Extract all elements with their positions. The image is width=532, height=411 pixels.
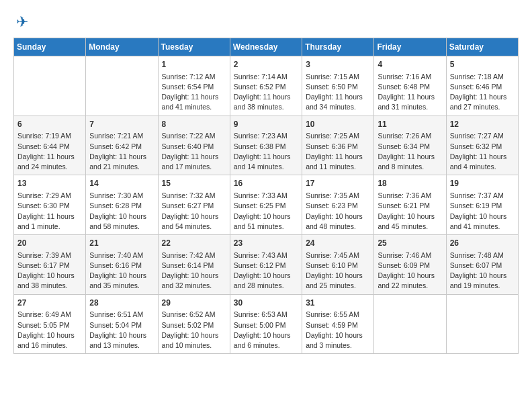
calendar-week-row: 6Sunrise: 7:19 AM Sunset: 6:44 PM Daylig… bbox=[14, 116, 519, 175]
calendar-cell: 2Sunrise: 7:14 AM Sunset: 6:52 PM Daylig… bbox=[230, 56, 302, 116]
day-of-week-header: Sunday bbox=[14, 38, 86, 56]
day-number: 22 bbox=[162, 238, 226, 249]
day-number: 18 bbox=[378, 178, 442, 189]
day-number: 13 bbox=[17, 178, 82, 189]
calendar-cell: 27Sunrise: 6:49 AM Sunset: 5:05 PM Dayli… bbox=[14, 294, 86, 354]
day-info: Sunrise: 6:52 AM Sunset: 5:02 PM Dayligh… bbox=[162, 310, 226, 351]
calendar-cell: 31Sunrise: 6:55 AM Sunset: 4:59 PM Dayli… bbox=[302, 294, 374, 354]
day-info: Sunrise: 7:18 AM Sunset: 6:46 PM Dayligh… bbox=[450, 72, 515, 113]
calendar-week-row: 20Sunrise: 7:39 AM Sunset: 6:17 PM Dayli… bbox=[14, 235, 519, 295]
day-number: 3 bbox=[306, 59, 370, 71]
day-info: Sunrise: 7:33 AM Sunset: 6:25 PM Dayligh… bbox=[234, 191, 298, 232]
day-number: 5 bbox=[450, 59, 515, 71]
calendar-cell: 21Sunrise: 7:40 AM Sunset: 6:16 PM Dayli… bbox=[86, 235, 158, 295]
day-info: Sunrise: 6:49 AM Sunset: 5:05 PM Dayligh… bbox=[17, 310, 82, 351]
day-info: Sunrise: 6:55 AM Sunset: 4:59 PM Dayligh… bbox=[306, 310, 370, 351]
day-info: Sunrise: 7:35 AM Sunset: 6:23 PM Dayligh… bbox=[306, 191, 370, 232]
day-info: Sunrise: 7:26 AM Sunset: 6:34 PM Dayligh… bbox=[378, 131, 442, 172]
calendar-table: SundayMondayTuesdayWednesdayThursdayFrid… bbox=[13, 38, 519, 354]
calendar-cell bbox=[446, 294, 518, 354]
day-number: 10 bbox=[306, 119, 370, 130]
day-info: Sunrise: 7:21 AM Sunset: 6:42 PM Dayligh… bbox=[89, 131, 154, 172]
calendar-cell: 24Sunrise: 7:45 AM Sunset: 6:10 PM Dayli… bbox=[302, 235, 374, 295]
day-info: Sunrise: 7:27 AM Sunset: 6:32 PM Dayligh… bbox=[450, 131, 515, 172]
day-number: 27 bbox=[17, 298, 82, 309]
day-info: Sunrise: 6:51 AM Sunset: 5:04 PM Dayligh… bbox=[89, 310, 154, 351]
day-info: Sunrise: 7:19 AM Sunset: 6:44 PM Dayligh… bbox=[17, 131, 82, 172]
day-info: Sunrise: 7:25 AM Sunset: 6:36 PM Dayligh… bbox=[306, 131, 370, 172]
page-header: ✈ bbox=[13, 13, 519, 31]
day-info: Sunrise: 7:22 AM Sunset: 6:40 PM Dayligh… bbox=[162, 131, 226, 172]
calendar-cell: 22Sunrise: 7:42 AM Sunset: 6:14 PM Dayli… bbox=[158, 235, 230, 295]
calendar-cell: 7Sunrise: 7:21 AM Sunset: 6:42 PM Daylig… bbox=[86, 116, 158, 175]
calendar-cell bbox=[86, 56, 158, 116]
day-number: 2 bbox=[234, 59, 298, 71]
day-info: Sunrise: 6:53 AM Sunset: 5:00 PM Dayligh… bbox=[234, 310, 298, 351]
day-info: Sunrise: 7:29 AM Sunset: 6:30 PM Dayligh… bbox=[17, 191, 82, 232]
day-number: 15 bbox=[162, 178, 226, 189]
day-info: Sunrise: 7:40 AM Sunset: 6:16 PM Dayligh… bbox=[89, 250, 154, 291]
day-info: Sunrise: 7:36 AM Sunset: 6:21 PM Dayligh… bbox=[378, 191, 442, 232]
day-number: 12 bbox=[450, 119, 515, 130]
day-number: 7 bbox=[89, 119, 154, 130]
calendar-cell: 1Sunrise: 7:12 AM Sunset: 6:54 PM Daylig… bbox=[158, 56, 230, 116]
day-number: 8 bbox=[162, 119, 226, 130]
day-number: 4 bbox=[378, 59, 442, 71]
day-of-week-header: Wednesday bbox=[230, 38, 302, 56]
calendar-cell: 5Sunrise: 7:18 AM Sunset: 6:46 PM Daylig… bbox=[446, 56, 518, 116]
logo-bird-icon: ✈ bbox=[16, 13, 28, 31]
day-info: Sunrise: 7:39 AM Sunset: 6:17 PM Dayligh… bbox=[17, 250, 82, 291]
day-number: 11 bbox=[378, 119, 442, 130]
day-number: 29 bbox=[162, 298, 226, 309]
calendar-cell: 12Sunrise: 7:27 AM Sunset: 6:32 PM Dayli… bbox=[446, 116, 518, 175]
day-info: Sunrise: 7:42 AM Sunset: 6:14 PM Dayligh… bbox=[162, 250, 226, 291]
calendar-cell: 3Sunrise: 7:15 AM Sunset: 6:50 PM Daylig… bbox=[302, 56, 374, 116]
day-info: Sunrise: 7:16 AM Sunset: 6:48 PM Dayligh… bbox=[378, 72, 442, 113]
calendar-cell: 11Sunrise: 7:26 AM Sunset: 6:34 PM Dayli… bbox=[374, 116, 446, 175]
calendar-cell: 20Sunrise: 7:39 AM Sunset: 6:17 PM Dayli… bbox=[14, 235, 86, 295]
calendar-cell: 25Sunrise: 7:46 AM Sunset: 6:09 PM Dayli… bbox=[374, 235, 446, 295]
day-number: 28 bbox=[89, 298, 154, 309]
day-number: 21 bbox=[89, 238, 154, 249]
day-info: Sunrise: 7:46 AM Sunset: 6:09 PM Dayligh… bbox=[378, 250, 442, 291]
day-of-week-header: Monday bbox=[86, 38, 158, 56]
day-info: Sunrise: 7:43 AM Sunset: 6:12 PM Dayligh… bbox=[234, 250, 298, 291]
day-number: 31 bbox=[306, 298, 370, 309]
calendar-cell: 14Sunrise: 7:30 AM Sunset: 6:28 PM Dayli… bbox=[86, 175, 158, 235]
day-number: 14 bbox=[89, 178, 154, 189]
day-info: Sunrise: 7:48 AM Sunset: 6:07 PM Dayligh… bbox=[450, 250, 515, 291]
calendar-week-row: 27Sunrise: 6:49 AM Sunset: 5:05 PM Dayli… bbox=[14, 294, 519, 354]
day-of-week-header: Friday bbox=[374, 38, 446, 56]
day-info: Sunrise: 7:37 AM Sunset: 6:19 PM Dayligh… bbox=[450, 191, 515, 232]
logo: ✈ bbox=[13, 13, 28, 31]
day-info: Sunrise: 7:32 AM Sunset: 6:27 PM Dayligh… bbox=[162, 191, 226, 232]
day-info: Sunrise: 7:15 AM Sunset: 6:50 PM Dayligh… bbox=[306, 72, 370, 113]
day-number: 1 bbox=[162, 59, 226, 71]
calendar-cell: 4Sunrise: 7:16 AM Sunset: 6:48 PM Daylig… bbox=[374, 56, 446, 116]
calendar-cell: 28Sunrise: 6:51 AM Sunset: 5:04 PM Dayli… bbox=[86, 294, 158, 354]
day-number: 19 bbox=[450, 178, 515, 189]
calendar-cell: 16Sunrise: 7:33 AM Sunset: 6:25 PM Dayli… bbox=[230, 175, 302, 235]
calendar-cell: 23Sunrise: 7:43 AM Sunset: 6:12 PM Dayli… bbox=[230, 235, 302, 295]
day-number: 9 bbox=[234, 119, 298, 130]
calendar-cell: 13Sunrise: 7:29 AM Sunset: 6:30 PM Dayli… bbox=[14, 175, 86, 235]
calendar-cell: 19Sunrise: 7:37 AM Sunset: 6:19 PM Dayli… bbox=[446, 175, 518, 235]
calendar-cell: 15Sunrise: 7:32 AM Sunset: 6:27 PM Dayli… bbox=[158, 175, 230, 235]
calendar-cell bbox=[14, 56, 86, 116]
day-info: Sunrise: 7:23 AM Sunset: 6:38 PM Dayligh… bbox=[234, 131, 298, 172]
day-number: 6 bbox=[17, 119, 82, 130]
day-number: 26 bbox=[450, 238, 515, 249]
day-info: Sunrise: 7:14 AM Sunset: 6:52 PM Dayligh… bbox=[234, 72, 298, 113]
day-of-week-header: Thursday bbox=[302, 38, 374, 56]
calendar-cell: 6Sunrise: 7:19 AM Sunset: 6:44 PM Daylig… bbox=[14, 116, 86, 175]
calendar-cell: 29Sunrise: 6:52 AM Sunset: 5:02 PM Dayli… bbox=[158, 294, 230, 354]
day-number: 25 bbox=[378, 238, 442, 249]
day-info: Sunrise: 7:12 AM Sunset: 6:54 PM Dayligh… bbox=[162, 72, 226, 113]
day-of-week-header: Saturday bbox=[446, 38, 518, 56]
day-number: 20 bbox=[17, 238, 82, 249]
calendar-cell: 17Sunrise: 7:35 AM Sunset: 6:23 PM Dayli… bbox=[302, 175, 374, 235]
calendar-cell: 18Sunrise: 7:36 AM Sunset: 6:21 PM Dayli… bbox=[374, 175, 446, 235]
day-info: Sunrise: 7:45 AM Sunset: 6:10 PM Dayligh… bbox=[306, 250, 370, 291]
calendar-cell: 26Sunrise: 7:48 AM Sunset: 6:07 PM Dayli… bbox=[446, 235, 518, 295]
day-number: 16 bbox=[234, 178, 298, 189]
